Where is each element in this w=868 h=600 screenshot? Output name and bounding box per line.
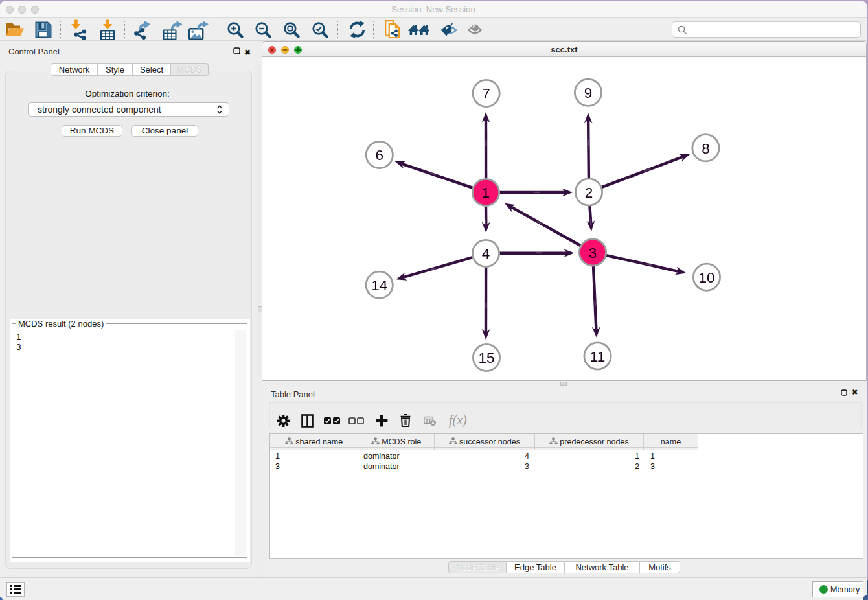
- svg-text:7: 7: [482, 86, 490, 102]
- svg-text:3: 3: [589, 245, 597, 261]
- svg-text:9: 9: [584, 85, 593, 101]
- svg-text:14: 14: [371, 277, 387, 294]
- svg-text:6: 6: [376, 147, 384, 163]
- svg-text:1: 1: [482, 185, 490, 201]
- svg-text:8: 8: [702, 141, 710, 157]
- svg-text:4: 4: [482, 246, 490, 262]
- svg-text:15: 15: [478, 350, 494, 366]
- svg-text:11: 11: [590, 349, 605, 365]
- svg-text:2: 2: [585, 185, 593, 201]
- svg-text:10: 10: [698, 270, 714, 286]
